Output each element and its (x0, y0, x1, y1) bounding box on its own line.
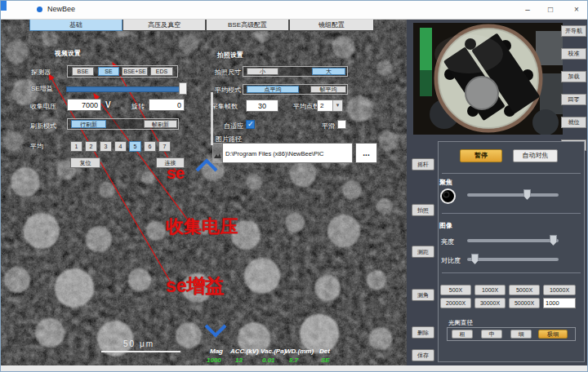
calibrate-button[interactable]: 校准 (561, 48, 586, 60)
points-label: 平均点数 (293, 102, 319, 111)
chevron-down-icon[interactable]: ▼ (332, 100, 342, 111)
annotation-gain-text: se增益 (166, 273, 225, 299)
average-6-button[interactable]: 6 (144, 141, 156, 152)
mag-30000x-button[interactable]: 30000X (474, 298, 506, 308)
average-2-button[interactable]: 2 (85, 141, 97, 152)
annotation-voltage-text: 收集电压 (166, 215, 238, 239)
in-position-button[interactable]: 就位 (561, 117, 586, 128)
size-large-button[interactable]: 大 (312, 68, 345, 75)
chamber-camera-image (413, 23, 563, 135)
se-gain-slider-thumb[interactable] (179, 82, 187, 95)
detector-label: 探测器 (31, 68, 51, 77)
smooth-checkbox[interactable] (337, 120, 346, 129)
chamber-camera-view (413, 23, 563, 135)
path-input[interactable] (222, 143, 353, 163)
collect-voltage-label: 收集电压 (30, 102, 56, 111)
se-gain-slider[interactable] (66, 86, 187, 92)
aperture-fine-button[interactable]: 细 (510, 330, 532, 339)
status-vac-label: Vac.(Pa) (261, 348, 286, 355)
points-dropdown[interactable]: 2 ▼ (317, 100, 343, 112)
status-wd-value: 8.7 (289, 356, 298, 364)
joystick-button[interactable]: 摇杆 (412, 158, 434, 170)
brightness-label: 亮度 (441, 237, 454, 246)
collect-voltage-input[interactable] (67, 99, 101, 111)
tab-hv-vacuum[interactable]: 高压及真空 (122, 19, 206, 31)
refresh-frame-button[interactable]: 帧刷新 (144, 120, 177, 128)
adaptive-checkbox[interactable] (246, 120, 255, 129)
open-navigation-button[interactable]: 开导航 (561, 25, 586, 37)
focus-label: 聚焦 (439, 178, 452, 187)
mag-20000x-button[interactable]: 20000X (440, 298, 471, 308)
frames-input[interactable] (246, 100, 278, 112)
rotation-input[interactable] (149, 99, 185, 111)
reset-button[interactable]: 复位 (70, 157, 100, 168)
pause-button[interactable]: 暂停 (460, 149, 502, 162)
contrast-slider[interactable] (467, 258, 559, 261)
app-title: NewBee (47, 5, 75, 13)
status-wd-label: WD.(mm) (285, 348, 314, 355)
measure-distance-button[interactable]: 测距 (412, 246, 434, 258)
home-zero-button[interactable]: 回零 (561, 94, 586, 105)
average-label: 平均 (30, 142, 43, 151)
app-icon (37, 7, 42, 12)
tab-basic[interactable]: 基础 (29, 19, 122, 31)
minimize-button[interactable]: – (520, 2, 535, 16)
window-bottom-edge (1, 365, 588, 372)
average-5-button[interactable]: 5 (129, 141, 141, 152)
mag-5000x-button[interactable]: 5000X (509, 285, 540, 295)
autofocus-button[interactable]: 自动对焦 (513, 149, 558, 162)
status-acc-label: ACC.(kV) (230, 348, 259, 355)
delete-button[interactable]: 删除 (412, 326, 434, 339)
detector-eds-button[interactable]: EDS (150, 67, 173, 76)
mag-value-input[interactable] (543, 298, 576, 308)
mag-50000x-button[interactable]: 50000X (509, 298, 540, 308)
mag-10000x-button[interactable]: 10000X (543, 285, 576, 295)
status-mag-label: Mag (210, 348, 223, 355)
avg-frame-button[interactable]: 帧平均 (310, 86, 346, 93)
tab-lens-config[interactable]: 镜组配置 (289, 19, 374, 31)
avg-point-button[interactable]: 点平均 (247, 86, 299, 93)
save-button[interactable]: 保存 (412, 349, 434, 361)
aperture-ultrafine-button[interactable]: 极细 (538, 330, 568, 339)
scale-bar-line (101, 351, 180, 352)
maximize-button[interactable]: □ (543, 2, 558, 16)
close-button[interactable]: × (569, 2, 584, 16)
annotation-arrow-se (113, 63, 176, 172)
detector-bse-se-button[interactable]: BSE+SE (122, 67, 148, 76)
divider (442, 272, 581, 273)
average-1-button[interactable]: 1 (70, 141, 82, 152)
se-gain-label: SE增益 (31, 84, 53, 93)
adaptive-label: 自适应 (224, 122, 243, 131)
detector-se-button[interactable]: SE (98, 67, 119, 76)
refresh-mode-label: 刷新模式 (30, 122, 56, 131)
mag-500x-button[interactable]: 500X (440, 285, 471, 295)
status-mag-value: 1000 (207, 356, 221, 364)
smooth-label: 平滑 (322, 122, 335, 131)
image-section-label: 图像 (439, 221, 452, 230)
average-3-button[interactable]: 3 (100, 141, 112, 152)
mag-1000x-button[interactable]: 1000X (474, 285, 506, 295)
browse-button[interactable]: ... (355, 143, 377, 163)
brightness-slider[interactable] (467, 239, 559, 242)
size-small-button[interactable]: 小 (247, 68, 278, 75)
aperture-medium-button[interactable]: 中 (481, 330, 502, 339)
load-button[interactable]: 加载 (561, 71, 586, 82)
refresh-line-button[interactable]: 行刷新 (71, 120, 106, 128)
voltage-unit-label: V (105, 100, 111, 109)
status-vac-value: 0.01 (262, 356, 275, 364)
focus-slider[interactable] (467, 193, 559, 197)
video-settings-title: 视频设置 (55, 49, 81, 58)
focus-knob-icon[interactable] (440, 188, 456, 204)
status-det-value: SE (321, 356, 330, 364)
divider (442, 213, 581, 214)
take-photo-button[interactable]: 拍照 (412, 204, 434, 216)
average-4-button[interactable]: 4 (114, 141, 127, 152)
detector-bse-button[interactable]: BSE (72, 67, 94, 76)
measure-angle-button[interactable]: 测角 (412, 289, 434, 301)
aperture-coarse-button[interactable]: 粗 (452, 330, 473, 339)
scale-bar-text: 50 μm (123, 339, 154, 348)
tab-bse-advanced[interactable]: BSE高级配置 (206, 19, 289, 31)
title-bar: NewBee – □ × (1, 1, 588, 20)
average-7-button[interactable]: 7 (158, 141, 171, 152)
panel-divider (211, 92, 213, 145)
